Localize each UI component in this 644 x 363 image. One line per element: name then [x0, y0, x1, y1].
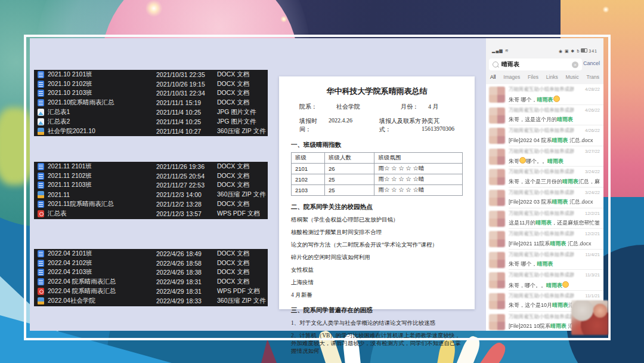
dept-label: 院系：: [299, 103, 336, 111]
file-row[interactable]: 2022.04 院系晴雨表汇总2022/4/29 18:31DOCX 文档: [34, 277, 268, 287]
search-result-row[interactable]: 万能闺蜜互助小组亲姐养成群3/24/22朱哥，这个是三月份的晴雨表汇总，麻烦…: [486, 167, 603, 187]
file-type: 360压缩 ZIP 文件: [217, 127, 268, 136]
file-name: 汇总表: [48, 210, 156, 218]
star-glow: [280, 16, 287, 22]
message-snippet: 朱哥，这个是三月份的晴雨表汇总，麻烦…: [509, 178, 600, 186]
search-results-list: 万能闺蜜互助小组亲姐养成群4/28/22朱哥 哪个，晴雨表万能闺蜜互助小组亲姐养…: [486, 84, 603, 331]
search-result-row[interactable]: 万能闺蜜互助小组亲姐养成群12/2/21这是11月的晴雨表，还是麻烦您帮忙签收…: [486, 208, 603, 229]
clear-search-icon[interactable]: ×: [572, 61, 578, 68]
highlighted-keyword: 晴雨表: [552, 199, 568, 205]
group-avatar: [489, 149, 505, 165]
file-modified-date: 2022/4/29 18:31: [156, 288, 217, 295]
snippet-text: 朱哥，这个是三月份的: [509, 179, 562, 184]
table-header: 班级人数: [324, 153, 374, 164]
group-avatar: [489, 169, 505, 185]
file-row[interactable]: 汇总表22021/11/4 10:25JPG 图片文件: [34, 117, 268, 127]
file-row[interactable]: 2021.10 2102班2021/10/26 19:15DOCX 文档: [34, 79, 268, 89]
chat-title-row: 万能闺蜜互助小组亲姐养成群11/1/21: [509, 293, 600, 300]
search-result-row[interactable]: 万能闺蜜互助小组亲姐养成群4/26/22[File]2022 04 院系晴雨表 …: [486, 125, 603, 146]
message-snippet: [File]2022 03 院系晴雨表 汇总.docx: [509, 198, 600, 206]
file-modified-date: 2022/4/26 18:49: [156, 250, 217, 257]
tab-files[interactable]: Files: [528, 73, 538, 84]
table-cell: 25: [324, 174, 374, 185]
file-type: DOCX 文档: [217, 172, 268, 180]
chat-title-row: 万能闺蜜互助小组亲姐养成群11/4/21: [509, 251, 600, 259]
table-cell: 2102: [292, 174, 325, 185]
file-row[interactable]: 2021.11院系晴雨表汇总2021/12/2 13:28DOCX 文档: [34, 199, 268, 209]
message-snippet: 朱哥哪个。。晴雨表: [509, 157, 600, 165]
tab-links[interactable]: Links: [546, 73, 558, 84]
cancel-button[interactable]: Cancel: [583, 60, 600, 66]
file-modified-date: 2022/4/29 18:31: [156, 278, 217, 285]
snippet-text: 汇总，麻烦…: [578, 179, 600, 184]
snippet-text: 朱哥 哪个，: [509, 97, 537, 103]
file-row[interactable]: 社会学院2021.102021/11/4 10:27360压缩 ZIP 文件: [34, 127, 268, 136]
tab-music[interactable]: Music: [566, 73, 579, 84]
search-result-row[interactable]: 万能闺蜜互助小组亲姐养成群12/2/21[File]2021 11院系晴雨表 汇…: [486, 229, 603, 250]
file-row[interactable]: 2022.04 2102班2022/4/26 18:58DOCX 文档: [34, 259, 268, 268]
file-name: 2022.04 2102班: [48, 259, 156, 267]
group-avatar: [489, 190, 505, 206]
file-type: 360压缩 ZIP 文件: [217, 297, 268, 305]
table-cell: 2103: [292, 185, 325, 196]
chat-title-row: 万能闺蜜互助小组亲姐养成群12/2/21: [509, 210, 600, 217]
file-row[interactable]: 2022.04 2101班2022/4/26 18:49DOCX 文档: [34, 249, 268, 259]
file-modified-date: 2021/11/4 10:27: [156, 128, 217, 135]
class-weather-table: 班级班级人数班级氛围 210126雨☆ ☆ ☆ ☆ ☆晴210225雨☆ ☆ ☆…: [291, 152, 463, 196]
document-list-item: 1、对于文化人类学与社会学概论的结课论文写作比较迷惑: [291, 319, 463, 327]
file-type: DOCX 文档: [217, 268, 268, 276]
search-result-row[interactable]: 万能闺蜜互助小组亲姐养成群11/3/21朱哥，哪个。。晴雨表: [486, 270, 603, 291]
chat-main: 万能闺蜜互助小组亲姐养成群3/27/22朱哥哪个。。晴雨表: [509, 148, 600, 166]
file-modified-date: 2021/12/3 13:57: [156, 210, 217, 217]
tab-images[interactable]: Images: [503, 73, 520, 84]
file-row[interactable]: 2022.04社会学院2022/4/29 18:33360压缩 ZIP 文件: [34, 296, 268, 306]
dept-value: 社会学院: [336, 103, 401, 111]
message-snippet: 这是11月的晴雨表，还是麻烦您帮忙签收…: [509, 219, 600, 227]
search-result-row[interactable]: 万能闺蜜互助小组亲姐养成群4/28/22朱哥 哪个，晴雨表: [486, 84, 603, 105]
file-row[interactable]: 2022.04 院系晴雨表汇总2022/4/29 18:31WPS PDF 文档: [34, 287, 268, 296]
search-input[interactable]: 晴雨表 ×: [489, 59, 582, 70]
file-row[interactable]: 2021.112021/12/3 14:00360压缩 ZIP 文件: [34, 190, 268, 199]
search-result-row[interactable]: 万能闺蜜互助小组亲姐养成群3/24/22[File]2022 03 院系晴雨表 …: [486, 187, 603, 208]
file-row[interactable]: 2021.10 2101班2021/10/31 22:35DOCX 文档: [34, 70, 268, 79]
file-row[interactable]: 2021.10院系晴雨表汇总2021/11/1 15:19DOCX 文档: [34, 98, 268, 107]
snippet-text: 哪个。。: [526, 158, 547, 164]
group-avatar: [489, 128, 505, 144]
reporter-value: 孙奕芃 15613970306: [422, 117, 463, 134]
file-modified-date: 2021/11/26 19:36: [156, 163, 217, 170]
file-name: 2022.04 院系晴雨表汇总: [48, 278, 156, 286]
snippet-text: [File]2021 11院系: [509, 241, 550, 247]
search-result-row[interactable]: 万能闺蜜互助小组亲姐养成群3/27/22朱哥哪个。。晴雨表: [486, 146, 603, 167]
file-modified-date: 2021/11/27 22:53: [156, 182, 217, 189]
table-header: 班级氛围: [374, 153, 463, 164]
message-snippet: 朱哥 哪个，晴雨表: [509, 260, 600, 268]
search-result-row[interactable]: 万能闺蜜互助小组亲姐养成群4/26/22朱哥，这是这个月的晴雨表: [486, 105, 603, 126]
zip-file-icon: [38, 297, 44, 304]
group-avatar: [489, 252, 505, 268]
search-result-row[interactable]: 万能闺蜜互助小组亲姐养成群11/4/21朱哥 哪个，晴雨表: [486, 250, 603, 270]
result-date: 3/24/22: [585, 190, 600, 195]
tab-all[interactable]: All: [490, 73, 496, 84]
file-row[interactable]: 2022.04 2103班2022/4/26 18:38DOCX 文档: [34, 268, 268, 278]
file-name: 2021.10 2103班: [48, 89, 156, 97]
file-row[interactable]: 2021.11 2103班2021/11/27 22:53DOCX 文档: [34, 181, 268, 190]
section2-heading: 二、院系同学关注的校园热点: [291, 203, 463, 211]
file-row[interactable]: 2021.11 2101班2021/11/26 19:36DOCX 文档: [34, 162, 268, 171]
file-row[interactable]: 汇总表2021/12/3 13:57WPS PDF 文档: [34, 209, 268, 219]
file-modified-date: 2021/11/4 10:25: [156, 118, 217, 125]
file-row[interactable]: 2021.10 2103班2021/10/31 22:34DOCX 文档: [34, 89, 268, 99]
chat-title-row: 万能闺蜜互助小组亲姐养成群12/2/21: [509, 230, 600, 238]
snippet-text: 朱哥: [509, 158, 519, 164]
emoji-icon: [519, 157, 526, 164]
collage-stage: 2021.10 2101班2021/10/31 22:35DOCX 文档2021…: [0, 0, 644, 363]
file-modified-date: 2021/12/3 14:00: [156, 191, 217, 198]
tab-trans[interactable]: Trans: [587, 73, 599, 84]
message-snippet: [File]2021 11院系晴雨表 汇总.docx: [509, 240, 600, 248]
docx-file-icon: [38, 250, 44, 257]
file-row[interactable]: 2021.11 2102班2021/11/25 20:54DOCX 文档: [34, 171, 268, 181]
file-type: DOCX 文档: [217, 80, 268, 88]
month-label: 月份：: [401, 103, 428, 111]
file-row[interactable]: 汇总表12021/11/4 10:25JPG 图片文件: [34, 107, 268, 117]
result-date: 4/26/22: [585, 128, 600, 133]
table-cell: 2101: [292, 164, 325, 174]
